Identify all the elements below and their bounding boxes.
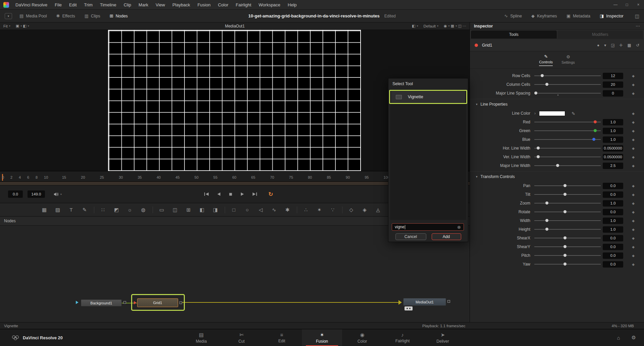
shape-3d-tool-icon[interactable]: ◈ — [361, 207, 369, 213]
play-reverse-button[interactable] — [215, 191, 222, 197]
menu-item-playback[interactable]: Playback — [169, 0, 194, 10]
page-edit[interactable]: ≡Edit — [262, 329, 302, 346]
menu-item-edit[interactable]: Edit — [65, 0, 80, 10]
blur-tool-icon[interactable]: ∷ — [99, 207, 107, 213]
slider-knob[interactable] — [545, 201, 548, 205]
slider-knob[interactable] — [537, 155, 540, 158]
lut-dropdown[interactable]: Default ▾ — [423, 24, 438, 28]
connection-grid1-mediaout1[interactable] — [181, 302, 399, 303]
param-slider[interactable] — [534, 181, 601, 190]
merge-3d-tool-icon[interactable]: ◬ — [374, 207, 382, 213]
param-value-field[interactable]: 0.0 — [603, 183, 623, 189]
param-value-field[interactable]: 20 — [603, 81, 623, 88]
menu-item-trim[interactable]: Trim — [80, 0, 97, 10]
param-value-field[interactable]: 1.0 — [603, 218, 623, 224]
inspector-options-icon[interactable]: ⋯ — [636, 23, 640, 28]
node-color-dot[interactable] — [475, 44, 478, 47]
tool-search-input[interactable]: vigne ⊗ — [392, 223, 464, 231]
pan-zoom-button[interactable]: ◫ — [458, 24, 461, 28]
param-slider[interactable] — [534, 71, 601, 80]
clear-search-icon[interactable]: ⊗ — [457, 225, 461, 230]
page-deliver[interactable]: ➤Deliver — [423, 329, 463, 346]
rectangle-mask-tool-icon[interactable]: □ — [230, 207, 238, 213]
keyframe-diamond-icon[interactable]: ◆ — [632, 193, 635, 196]
slider-knob[interactable] — [564, 245, 567, 248]
current-frame-field[interactable]: 0.0 — [8, 190, 23, 198]
magic-mask-tool-icon[interactable]: ✱ — [283, 207, 291, 213]
param-slider[interactable] — [534, 144, 601, 153]
page-media[interactable]: ▤Media — [181, 329, 221, 346]
slider-knob[interactable] — [545, 83, 548, 86]
menu-item-fairlight[interactable]: Fairlight — [232, 0, 255, 10]
keyframe-diamond-icon[interactable]: ◆ — [632, 112, 635, 115]
view-mode-button[interactable]: ◧▾ — [23, 24, 29, 28]
keyframe-diamond-icon[interactable]: ◆ — [632, 245, 635, 249]
color-corrector-tool-icon[interactable]: ⊞ — [184, 207, 193, 213]
param-slider[interactable] — [534, 208, 601, 216]
node-grid1[interactable]: Grid1 — [137, 298, 178, 307]
home-button[interactable]: ⌂ — [617, 335, 620, 341]
param-value-field[interactable]: 2.5 — [603, 163, 623, 169]
merge-tool-icon[interactable]: ▭ — [158, 207, 166, 213]
param-slider[interactable] — [534, 251, 601, 260]
slider-knob[interactable] — [592, 138, 595, 141]
param-value-field[interactable]: 0.0 — [603, 252, 623, 259]
keyframe-diamond-icon[interactable]: ◆ — [632, 138, 635, 141]
param-slider[interactable] — [534, 216, 601, 225]
section-header-line-properties[interactable]: ▾Line Properties — [470, 99, 644, 109]
keyframe-diamond-icon[interactable]: ◆ — [632, 263, 635, 266]
bspline-mask-tool-icon[interactable]: ∿ — [270, 207, 278, 213]
slider-knob[interactable] — [564, 184, 567, 187]
menu-item-help[interactable]: Help — [284, 0, 301, 10]
param-value-field[interactable]: 0.0500000 — [603, 154, 623, 160]
keyframe-diamond-icon[interactable]: ◆ — [632, 74, 635, 78]
image-plane-3d-tool-icon[interactable]: ◇ — [347, 207, 355, 213]
param-value-field[interactable]: 1.0 — [603, 200, 623, 207]
param-slider[interactable] — [534, 118, 601, 126]
sharpen-tool-icon[interactable]: ◩ — [112, 207, 120, 213]
add-button[interactable]: Add — [432, 233, 461, 240]
param-slider[interactable] — [534, 199, 601, 208]
vignette-tool-icon[interactable]: ◍ — [139, 207, 147, 213]
keyframe-diamond-icon[interactable]: ◆ — [632, 201, 635, 205]
split-screen-button[interactable]: ◧▾ — [412, 24, 418, 28]
param-value-field[interactable]: 0.0 — [603, 244, 623, 250]
zoom-fit-dropdown[interactable]: Fit ▾ — [3, 24, 10, 28]
keyframe-diamond-icon[interactable]: ◆ — [632, 228, 635, 231]
param-slider[interactable] — [534, 89, 601, 98]
menu-item-mark[interactable]: Mark — [135, 0, 152, 10]
keyframe-diamond-icon[interactable]: ◆ — [632, 236, 635, 240]
param-value-field[interactable]: 1.0 — [603, 226, 623, 233]
expand-chevron-icon[interactable]: › — [534, 111, 536, 116]
keyframe-diamond-icon[interactable]: ◆ — [632, 254, 635, 257]
keyframe-diamond-icon[interactable]: ◆ — [632, 155, 635, 159]
eyedropper-icon[interactable]: ✐ — [571, 112, 576, 115]
param-slider[interactable] — [534, 153, 601, 161]
keyframe-diamond-icon[interactable]: ◆ — [632, 83, 635, 86]
viewer-canvas-grid-image[interactable] — [108, 30, 361, 171]
page-fairlight[interactable]: ♪Fairlight — [382, 329, 423, 346]
node-mediaout1[interactable]: MediaOut1 — [403, 298, 446, 306]
matte-control-tool-icon[interactable]: ◨ — [211, 207, 219, 213]
dissolve-tool-icon[interactable]: ◫ — [171, 207, 179, 213]
particle-render-tool-icon[interactable]: ✶ — [315, 207, 323, 213]
slider-knob[interactable] — [541, 74, 544, 77]
subtab-controls[interactable]: ✎Controls — [539, 54, 553, 66]
menu-item-file[interactable]: File — [51, 0, 65, 10]
section-header-transform-controls[interactable]: ▾Transform Controls — [470, 171, 644, 181]
end-frame-field[interactable]: 149.0 — [28, 190, 45, 198]
settings-button[interactable]: ⚙ — [632, 335, 636, 341]
fastnoise-tool-icon[interactable]: ▨ — [54, 207, 62, 213]
menu-item-color[interactable]: Color — [214, 0, 232, 10]
gain-gamma-button[interactable]: ◉▾ — [444, 24, 450, 28]
go-to-start-button[interactable] — [203, 191, 210, 197]
node-background1[interactable]: Background1 — [81, 299, 122, 306]
page-cut[interactable]: ✄Cut — [221, 329, 262, 346]
param-value-field[interactable]: 0.0500000 — [603, 145, 623, 152]
keyframes-button[interactable]: ◆Keyframes — [531, 13, 557, 18]
background-tool-icon[interactable]: ▦ — [40, 207, 48, 213]
effects-button[interactable]: ✱Effects — [56, 13, 75, 18]
panel-toggle-icon[interactable]: ◫ — [635, 13, 639, 19]
text-tool-icon[interactable]: T — [67, 207, 75, 213]
nodes-button[interactable]: ⊞Nodes — [110, 13, 128, 18]
